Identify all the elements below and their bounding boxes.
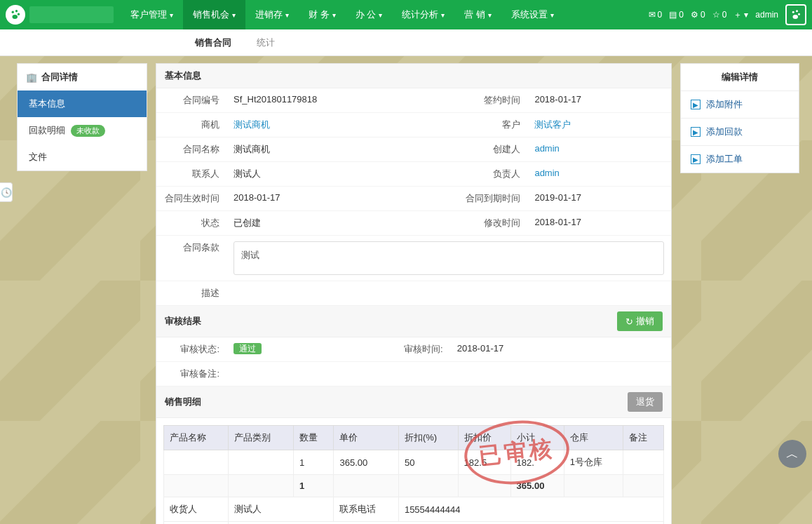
brand-logo[interactable] <box>6 5 25 25</box>
caret-down-icon: ▾ <box>285 11 289 19</box>
table-row: 联系人测试人负责人admin <box>156 162 671 187</box>
grid-row: 收货地址 山东省济宁市 <box>164 522 664 525</box>
grid-row: 1 365.00 50 182.5 182. 1号仓库 <box>164 450 664 475</box>
caret-down-icon: ▾ <box>441 11 445 19</box>
brand-name <box>29 6 114 23</box>
nav-marketing[interactable]: 营 销▾ <box>454 0 501 29</box>
refresh-icon: ↻ <box>625 316 633 327</box>
clock-icon: 🕓 <box>1 187 12 198</box>
stat-gear[interactable]: ⚙0 <box>691 10 705 20</box>
play-icon: ▶ <box>691 154 701 164</box>
right-title: 编辑详情 <box>681 64 799 90</box>
unpaid-badge: 未收款 <box>71 125 105 137</box>
nav-analytics[interactable]: 统计分析▾ <box>392 0 454 29</box>
left-item-payments[interactable]: 回款明细 未收款 <box>18 117 147 144</box>
subnav: 销售合同 统计 <box>0 29 812 56</box>
left-item-basic[interactable]: 基本信息 <box>18 90 147 117</box>
star-icon: ☆ <box>712 10 720 20</box>
left-item-files[interactable]: 文件 <box>18 144 147 170</box>
table-row: 合同条款测试 <box>156 236 671 281</box>
audit-status-badge: 通过 <box>234 343 262 354</box>
nav-system[interactable]: 系统设置▾ <box>501 0 564 29</box>
table-row: 状态已创建修改时间2018-01-17 <box>156 211 671 236</box>
svg-point-0 <box>12 11 14 13</box>
customer-link[interactable]: 测试客户 <box>534 119 571 130</box>
svg-point-2 <box>18 13 20 15</box>
right-column: 编辑详情 ▶添加附件 ▶添加回款 ▶添加工单 <box>680 63 799 173</box>
play-icon: ▶ <box>691 100 701 109</box>
svg-point-4 <box>792 11 794 13</box>
paw-icon <box>9 8 22 21</box>
stat-star[interactable]: ☆0 <box>712 10 727 20</box>
nav-customer[interactable]: 客户管理▾ <box>121 0 183 29</box>
grid-totals: 1 365.00 <box>164 475 664 497</box>
id-icon: ▤ <box>669 10 677 20</box>
mail-icon: ✉ <box>649 10 656 20</box>
table-row: 审核状态: 通过 审核时间: 2018-01-17 <box>156 337 671 362</box>
avatar[interactable] <box>785 4 806 25</box>
action-add-payment[interactable]: ▶添加回款 <box>681 118 799 145</box>
sales-title: 销售明细 退货 <box>156 387 671 418</box>
sales-grid: 产品名称 产品类别 数量 单价 折扣(%) 折扣价 小计 仓库 备注 1 <box>163 425 664 524</box>
caret-down-icon: ▾ <box>332 11 336 19</box>
svg-point-6 <box>798 13 800 15</box>
nav-finance[interactable]: 财 务▾ <box>299 0 346 29</box>
caret-down-icon: ▾ <box>550 11 554 19</box>
chevron-up-icon: ︿ <box>786 445 799 462</box>
subnav-stats[interactable]: 统计 <box>244 29 287 55</box>
svg-point-7 <box>793 15 799 19</box>
scroll-top-button[interactable]: ︿ <box>778 440 806 468</box>
action-add-attachment[interactable]: ▶添加附件 <box>681 90 799 118</box>
subnav-contract[interactable]: 销售合同 <box>182 29 244 55</box>
audit-table: 审核状态: 通过 审核时间: 2018-01-17 审核备注: <box>156 337 671 387</box>
basic-title: 基本信息 <box>156 64 671 88</box>
topnav-menu: 客户管理▾ 销售机会▾ 进销存▾ 财 务▾ 办 公▾ 统计分析▾ 营 销▾ 系统… <box>121 0 564 29</box>
main-column: 基本信息 合同编号Sf_Ht201801179818签约时间2018-01-17… <box>156 63 672 524</box>
revoke-button[interactable]: ↻撤销 <box>617 311 663 331</box>
table-row: 商机测试商机客户测试客户 <box>156 113 671 137</box>
caret-down-icon: ▾ <box>488 11 492 19</box>
paw-icon <box>790 8 802 21</box>
gear-icon: ⚙ <box>691 10 698 20</box>
table-row: 合同生效时间2018-01-17合同到期时间2019-01-17 <box>156 187 671 211</box>
left-panel: 🏢 合同详情 基本信息 回款明细 未收款 文件 <box>17 63 147 171</box>
svg-point-1 <box>15 10 18 12</box>
nav-office[interactable]: 办 公▾ <box>346 0 393 29</box>
table-row: 合同编号Sf_Ht201801179818签约时间2018-01-17 <box>156 88 671 113</box>
svg-point-3 <box>13 15 18 19</box>
left-column: 🏢 合同详情 基本信息 回款明细 未收款 文件 <box>17 63 147 171</box>
user-menu[interactable]: admin <box>755 10 778 20</box>
building-icon: 🏢 <box>26 72 37 83</box>
action-add-ticket[interactable]: ▶添加工单 <box>681 145 799 173</box>
stat-mail[interactable]: ✉0 <box>649 10 663 20</box>
table-row: 合同名称测试商机创建人admin <box>156 137 671 162</box>
table-row: 审核备注: <box>156 362 671 387</box>
add-menu[interactable]: ＋▾ <box>733 9 748 21</box>
svg-point-5 <box>796 10 798 12</box>
nav-inventory[interactable]: 进销存▾ <box>245 0 299 29</box>
caret-down-icon: ▾ <box>170 11 173 19</box>
plus-icon: ＋ <box>733 9 742 21</box>
left-panel-title: 🏢 合同详情 <box>18 64 147 90</box>
caret-down-icon: ▾ <box>232 11 236 19</box>
return-goods-button[interactable]: 退货 <box>628 392 663 412</box>
page-body: 🏢 合同详情 基本信息 回款明细 未收款 文件 基本信息 合同编号Sf_Ht20… <box>0 56 812 524</box>
owner-link[interactable]: admin <box>534 168 559 178</box>
creator-link[interactable]: admin <box>534 143 559 154</box>
nav-sales-opportunity[interactable]: 销售机会▾ <box>183 0 245 29</box>
audit-title: 审核结果 ↻撤销 <box>156 306 671 337</box>
stat-contacts[interactable]: ▤0 <box>669 10 684 20</box>
right-panel: 编辑详情 ▶添加附件 ▶添加回款 ▶添加工单 <box>680 63 799 173</box>
history-tab[interactable]: 🕓 <box>0 182 13 202</box>
opportunity-link[interactable]: 测试商机 <box>234 119 270 130</box>
grid-row: 收货人 测试人 联系电话 15554444444 <box>164 497 664 522</box>
caret-down-icon: ▾ <box>379 11 382 19</box>
grid-header: 产品名称 产品类别 数量 单价 折扣(%) 折扣价 小计 仓库 备注 <box>164 426 664 450</box>
basic-table: 合同编号Sf_Ht201801179818签约时间2018-01-17 商机测试… <box>156 88 671 306</box>
terms-box: 测试 <box>234 241 664 275</box>
play-icon: ▶ <box>691 127 701 137</box>
table-row: 描述 <box>156 281 671 306</box>
topnav: 客户管理▾ 销售机会▾ 进销存▾ 财 务▾ 办 公▾ 统计分析▾ 营 销▾ 系统… <box>0 0 812 29</box>
caret-down-icon: ▾ <box>744 10 748 20</box>
basic-panel: 基本信息 合同编号Sf_Ht201801179818签约时间2018-01-17… <box>156 63 672 524</box>
